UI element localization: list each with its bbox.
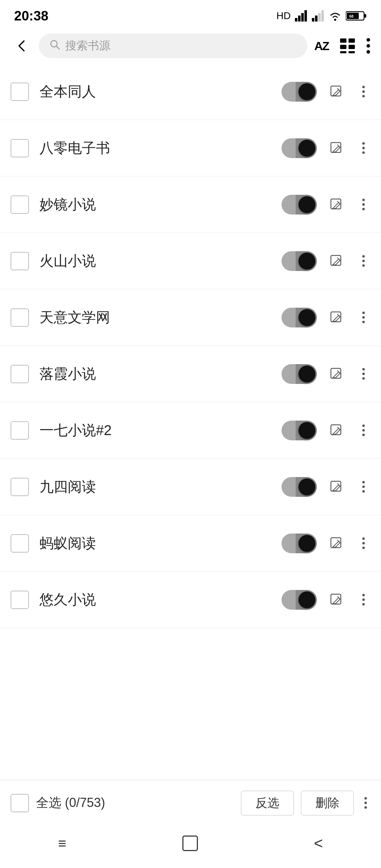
item-checkbox-7[interactable] bbox=[11, 421, 29, 440]
search-bar[interactable]: 搜索书源 bbox=[39, 34, 307, 58]
item-more-btn-7[interactable] bbox=[356, 421, 370, 440]
item-checkbox-6[interactable] bbox=[11, 365, 29, 383]
item-edit-btn-7[interactable] bbox=[327, 421, 346, 440]
more-dot3 bbox=[362, 547, 365, 549]
more-dot3 bbox=[362, 377, 365, 380]
more-dot3 bbox=[362, 490, 365, 493]
item-edit-btn-4[interactable] bbox=[327, 252, 346, 270]
item-more-btn-3[interactable] bbox=[356, 195, 370, 214]
status-time: 20:38 bbox=[14, 8, 48, 24]
dot3 bbox=[364, 806, 367, 809]
invert-button[interactable]: 反选 bbox=[241, 791, 294, 815]
item-checkbox-9[interactable] bbox=[11, 534, 29, 553]
hd-icon: HD bbox=[277, 10, 291, 22]
svg-rect-20 bbox=[349, 51, 355, 53]
bottom-more-button[interactable] bbox=[361, 794, 370, 812]
toggle-knob-8 bbox=[298, 478, 315, 495]
item-name-8: 九四阅读 bbox=[40, 477, 282, 496]
status-bar: 20:38 HD 68 bbox=[0, 0, 381, 28]
more-dot3 bbox=[362, 603, 365, 605]
item-checkbox-8[interactable] bbox=[11, 478, 29, 496]
svg-rect-31 bbox=[331, 481, 341, 491]
select-all-label: 全选 (0/753) bbox=[36, 794, 234, 812]
edit-icon bbox=[329, 310, 344, 325]
list-item: 天意文学网 bbox=[0, 289, 381, 346]
item-edit-btn-10[interactable] bbox=[327, 591, 346, 609]
item-toggle-3[interactable] bbox=[282, 195, 317, 215]
svg-rect-18 bbox=[349, 45, 355, 49]
item-toggle-6[interactable] bbox=[282, 364, 317, 384]
item-checkbox-5[interactable] bbox=[11, 308, 29, 327]
item-edit-btn-9[interactable] bbox=[327, 534, 346, 553]
item-name-1: 全本同人 bbox=[40, 82, 282, 101]
svg-rect-1 bbox=[298, 16, 301, 22]
toggle-knob-7 bbox=[298, 422, 315, 439]
item-more-btn-8[interactable] bbox=[356, 478, 370, 496]
item-more-btn-5[interactable] bbox=[356, 308, 370, 327]
item-more-btn-4[interactable] bbox=[356, 252, 370, 270]
more-dot3 bbox=[362, 434, 365, 436]
more-menu-button[interactable] bbox=[366, 38, 370, 54]
item-toggle-5[interactable] bbox=[282, 308, 317, 327]
more-dot2 bbox=[362, 203, 365, 206]
item-toggle-9[interactable] bbox=[282, 534, 317, 553]
item-toggle-8[interactable] bbox=[282, 477, 317, 497]
item-checkbox-4[interactable] bbox=[11, 252, 29, 270]
nav-bar: ≡ < bbox=[0, 826, 381, 868]
item-checkbox-10[interactable] bbox=[11, 591, 29, 609]
svg-rect-19 bbox=[340, 51, 346, 53]
svg-rect-26 bbox=[331, 199, 341, 209]
item-checkbox-3[interactable] bbox=[11, 195, 29, 214]
item-edit-btn-5[interactable] bbox=[327, 308, 346, 327]
item-name-9: 蚂蚁阅读 bbox=[40, 534, 282, 553]
item-name-5: 天意文学网 bbox=[40, 308, 282, 327]
back-button[interactable] bbox=[11, 35, 32, 56]
svg-text:68: 68 bbox=[349, 14, 353, 18]
wifi-icon bbox=[329, 10, 341, 22]
item-toggle-2[interactable] bbox=[282, 138, 317, 158]
signal1-icon bbox=[295, 10, 308, 22]
delete-button[interactable]: 删除 bbox=[301, 791, 354, 815]
item-toggle-4[interactable] bbox=[282, 251, 317, 271]
back-nav-button[interactable]: < bbox=[314, 834, 323, 852]
menu-nav-button[interactable]: ≡ bbox=[58, 836, 66, 851]
item-toggle-1[interactable] bbox=[282, 82, 317, 102]
more-dot3 bbox=[362, 151, 365, 154]
more-dot2 bbox=[362, 486, 365, 488]
item-edit-btn-6[interactable] bbox=[327, 365, 346, 383]
svg-rect-27 bbox=[331, 255, 341, 265]
item-edit-btn-2[interactable] bbox=[327, 139, 346, 157]
item-name-10: 悠久小说 bbox=[40, 590, 282, 609]
item-toggle-10[interactable] bbox=[282, 590, 317, 610]
select-all-checkbox[interactable] bbox=[11, 794, 29, 812]
svg-rect-5 bbox=[315, 16, 318, 22]
item-more-btn-1[interactable] bbox=[356, 83, 370, 101]
item-actions-2 bbox=[282, 138, 370, 158]
az-sort-button[interactable]: AZ bbox=[314, 39, 329, 53]
item-more-btn-10[interactable] bbox=[356, 591, 370, 609]
item-more-btn-9[interactable] bbox=[356, 534, 370, 553]
item-toggle-7[interactable] bbox=[282, 421, 317, 440]
home-nav-button[interactable] bbox=[182, 836, 198, 851]
svg-rect-32 bbox=[331, 538, 341, 548]
item-edit-btn-3[interactable] bbox=[327, 195, 346, 214]
list-item: 落霞小说 bbox=[0, 346, 381, 402]
grid-icon bbox=[339, 38, 356, 54]
toggle-knob-1 bbox=[298, 83, 315, 100]
svg-rect-25 bbox=[331, 143, 341, 152]
item-checkbox-1[interactable] bbox=[11, 83, 29, 101]
grid-sort-button[interactable] bbox=[339, 38, 356, 54]
item-actions-5 bbox=[282, 308, 370, 327]
item-edit-btn-8[interactable] bbox=[327, 478, 346, 496]
item-actions-9 bbox=[282, 534, 370, 553]
battery-icon: 68 bbox=[346, 10, 367, 22]
item-checkbox-2[interactable] bbox=[11, 139, 29, 157]
search-placeholder: 搜索书源 bbox=[65, 38, 110, 54]
svg-point-22 bbox=[367, 44, 370, 48]
item-more-btn-2[interactable] bbox=[356, 139, 370, 157]
more-dot1 bbox=[362, 142, 365, 145]
more-dot1 bbox=[362, 312, 365, 314]
item-more-btn-6[interactable] bbox=[356, 365, 370, 383]
list-item: 九四阅读 bbox=[0, 459, 381, 515]
item-edit-btn-1[interactable] bbox=[327, 83, 346, 101]
